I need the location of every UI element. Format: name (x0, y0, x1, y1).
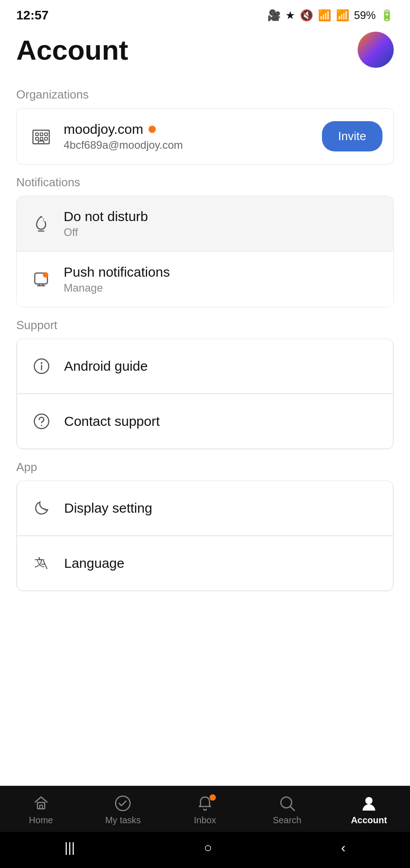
bluetooth-icon: ★ (285, 9, 295, 22)
notifications-label: Notifications (16, 175, 394, 189)
person-icon (360, 794, 378, 812)
android-nav-bar: ||| ○ ‹ (0, 832, 410, 868)
support-label: Support (16, 318, 394, 332)
language-item[interactable]: 文 Language (17, 536, 393, 591)
org-info: moodjoy.com 4bcf689a@moodjoy.com (64, 122, 322, 151)
organization-card[interactable]: moodjoy.com 4bcf689a@moodjoy.com Invite (16, 108, 394, 165)
push-notifications-info: Push notifications Manage (64, 264, 170, 294)
status-time: 12:57 (16, 8, 49, 23)
nav-home-label: Home (29, 815, 53, 826)
header: Account (0, 27, 410, 77)
svg-text:z: z (42, 217, 45, 222)
svg-point-20 (116, 796, 130, 811)
video-icon: 🎥 (267, 9, 281, 22)
svg-rect-2 (40, 133, 43, 136)
notifications-card: z Do not disturb Off Push notifications (16, 196, 394, 307)
nav-search[interactable]: Search (246, 791, 328, 829)
do-not-disturb-subtitle: Off (64, 226, 148, 239)
svg-rect-3 (45, 133, 47, 136)
info-icon (28, 353, 55, 380)
nav-account-label: Account (351, 815, 387, 826)
question-icon (28, 408, 55, 435)
svg-point-15 (34, 414, 49, 429)
display-setting-text: Display setting (64, 500, 152, 516)
svg-point-11 (43, 272, 48, 278)
language-text: Language (64, 556, 124, 571)
nav-inbox-label: Inbox (194, 815, 216, 826)
avatar[interactable] (358, 32, 394, 68)
organizations-label: Organizations (16, 88, 394, 102)
signal-icon: 📶 (336, 9, 349, 22)
battery-icon: 🔋 (380, 9, 394, 22)
svg-line-22 (290, 807, 294, 811)
svg-point-23 (365, 797, 373, 804)
android-guide-item[interactable]: Android guide (17, 339, 393, 394)
org-status-dot (149, 126, 156, 133)
support-card: Android guide Contact support (16, 339, 394, 449)
svg-rect-1 (36, 133, 38, 136)
svg-point-16 (41, 425, 42, 426)
android-guide-text: Android guide (64, 359, 148, 374)
app-label: App (16, 460, 394, 474)
bell-icon (196, 794, 214, 812)
org-email: 4bcf689a@moodjoy.com (64, 139, 322, 151)
inbox-badge (210, 794, 216, 801)
contact-support-item[interactable]: Contact support (17, 394, 393, 449)
translate-icon: 文 (28, 550, 55, 577)
push-notifications-title: Push notifications (64, 264, 170, 280)
svg-rect-5 (40, 137, 43, 140)
page-title: Account (16, 34, 128, 66)
nav-inbox[interactable]: Inbox (164, 791, 246, 829)
svg-rect-4 (36, 137, 38, 140)
contact-support-text: Contact support (64, 414, 160, 429)
bottom-navigation: Home My tasks Inbox Search (0, 786, 410, 832)
org-name: moodjoy.com (64, 122, 322, 137)
svg-rect-7 (38, 141, 44, 144)
nav-my-tasks[interactable]: My tasks (82, 791, 164, 829)
building-icon (31, 127, 51, 146)
mute-icon: 🔇 (300, 9, 313, 22)
recents-button[interactable]: ||| (65, 840, 75, 855)
display-setting-item[interactable]: Display setting (17, 481, 393, 536)
check-circle-icon (114, 794, 132, 812)
app-card: Display setting 文 Language (16, 481, 394, 591)
search-icon (278, 794, 296, 812)
nav-my-tasks-label: My tasks (105, 815, 141, 826)
do-not-disturb-icon: z (28, 210, 55, 237)
svg-point-14 (41, 362, 42, 364)
org-icon (28, 123, 55, 150)
push-notifications-icon (28, 266, 55, 293)
home-icon (32, 794, 50, 812)
nav-search-label: Search (273, 815, 301, 826)
status-icons: 🎥 ★ 🔇 📶 📶 59% 🔋 (267, 9, 394, 22)
push-notifications-item[interactable]: Push notifications Manage (17, 251, 393, 307)
push-notifications-subtitle: Manage (64, 282, 170, 294)
do-not-disturb-title: Do not disturb (64, 209, 148, 224)
content-area: Organizations moodjoy.com 4bcf689a@moodj… (0, 77, 410, 786)
svg-rect-6 (45, 137, 47, 140)
nav-account[interactable]: Account (328, 791, 410, 829)
battery-text: 59% (354, 9, 376, 22)
do-not-disturb-item[interactable]: z Do not disturb Off (17, 196, 393, 251)
invite-button[interactable]: Invite (322, 121, 382, 151)
moon-icon (28, 495, 55, 522)
back-button[interactable]: ‹ (341, 840, 345, 855)
status-bar: 12:57 🎥 ★ 🔇 📶 📶 59% 🔋 (0, 0, 410, 27)
do-not-disturb-info: Do not disturb Off (64, 209, 148, 239)
home-button[interactable]: ○ (204, 840, 212, 855)
nav-home[interactable]: Home (0, 791, 82, 829)
wifi-icon: 📶 (318, 9, 331, 22)
